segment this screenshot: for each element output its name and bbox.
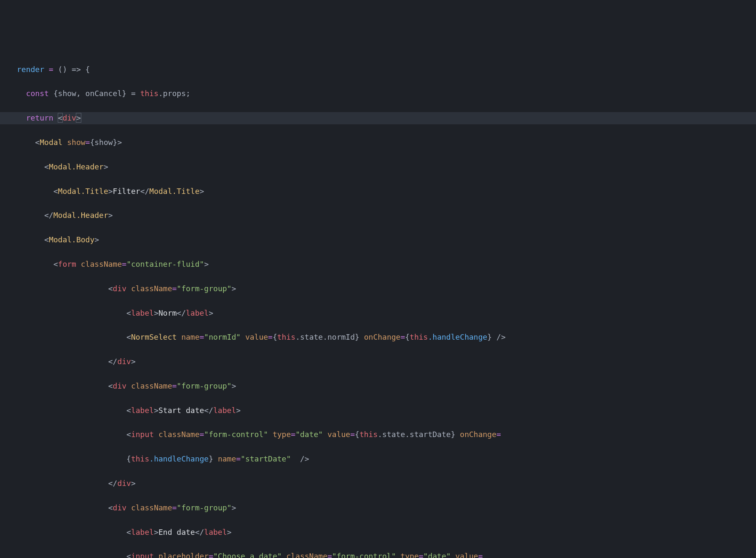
- attr-value: value: [245, 333, 268, 341]
- code-line[interactable]: <label>Start date</label>: [0, 405, 756, 417]
- arrow-func: () => {: [58, 65, 90, 74]
- destructure: {show, onCancel} =: [49, 89, 140, 98]
- tag-modal-body: Modal.Body: [49, 235, 94, 244]
- attr-show: show: [67, 138, 85, 147]
- text-end-date: End date: [158, 528, 195, 537]
- code-line[interactable]: <Modal.Title>Filter</Modal.Title>: [0, 185, 756, 198]
- code-editor[interactable]: render = () => { const {show, onCancel} …: [0, 49, 756, 558]
- text-filter: Filter: [113, 187, 140, 196]
- tag-modal-header: Modal.Header: [49, 162, 104, 171]
- tag-input: input: [131, 430, 154, 439]
- code-line[interactable]: <label>Norm</label>: [0, 307, 756, 319]
- code-line[interactable]: render = () => {: [0, 64, 756, 76]
- code-line[interactable]: const {show, onCancel} = this.props;: [0, 88, 756, 100]
- tag-normselect: NormSelect: [131, 333, 177, 341]
- code-line[interactable]: {this.handleChange} name="startDate" />: [0, 453, 756, 465]
- str-startdate: "startDate": [241, 454, 291, 463]
- text-norm: Norm: [158, 309, 177, 317]
- identifier: render: [17, 65, 44, 74]
- tag-label: label: [131, 309, 154, 317]
- show-value: {show}: [90, 138, 117, 147]
- keyword-return: return: [26, 113, 54, 122]
- bracket-close: >: [76, 113, 81, 123]
- attr-name: name: [181, 333, 199, 341]
- tag-modal: Modal: [40, 138, 62, 147]
- code-line-active[interactable]: return <div>: [0, 112, 756, 124]
- code-line[interactable]: <Modal.Header>: [0, 161, 756, 173]
- method-handlechange: .handleChange: [428, 333, 487, 341]
- keyword-this: this: [140, 89, 158, 98]
- text-start-date: Start date: [158, 406, 204, 415]
- code-line[interactable]: <div className="form-group">: [0, 380, 756, 392]
- code-line[interactable]: <NormSelect name="normId" value={this.st…: [0, 331, 756, 343]
- str-form-group: "form-group": [177, 284, 231, 293]
- props-access: .props;: [158, 89, 190, 98]
- operator: =: [44, 65, 58, 74]
- code-line[interactable]: </div>: [0, 356, 756, 368]
- code-line[interactable]: <label>End date</label>: [0, 526, 756, 539]
- code-line[interactable]: <input placeholder="Choose a date" class…: [0, 550, 756, 558]
- code-line[interactable]: <Modal show={show}>: [0, 137, 756, 149]
- str-normid: "normId": [204, 333, 241, 341]
- tag-modal-title: Modal.Title: [58, 187, 108, 196]
- str-form-control: "form-control": [204, 430, 268, 439]
- attr-placeholder: placeholder: [158, 552, 209, 558]
- str-container-fluid: "container-fluid": [126, 260, 204, 268]
- code-line[interactable]: <div className="form-group">: [0, 502, 756, 514]
- keyword-const: const: [26, 89, 49, 98]
- attr-type: type: [273, 430, 291, 439]
- str-choose-date: "Choose a date": [213, 552, 282, 558]
- tag-div: div: [62, 113, 76, 122]
- code-line[interactable]: </div>: [0, 478, 756, 490]
- str-date: "date": [295, 430, 323, 439]
- code-line[interactable]: <form className="container-fluid">: [0, 258, 756, 271]
- code-line[interactable]: <Modal.Body>: [0, 234, 756, 246]
- code-line[interactable]: </Modal.Header>: [0, 209, 756, 222]
- attr-classname: className: [81, 260, 122, 268]
- code-line[interactable]: <input className="form-control" type="da…: [0, 429, 756, 441]
- tag-form: form: [58, 260, 76, 268]
- code-line[interactable]: <div className="form-group">: [0, 283, 756, 295]
- attr-onchange: onChange: [364, 333, 401, 341]
